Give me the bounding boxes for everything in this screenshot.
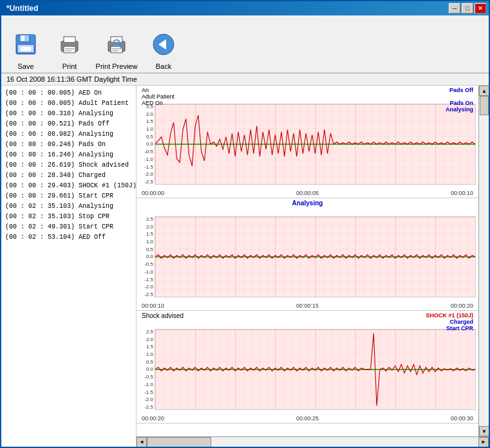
list-item: (00 : 00 : 09.246) Pads On bbox=[4, 140, 133, 150]
back-label: Back bbox=[156, 62, 171, 70]
time-axis-1: 00:00:00 00:00:05 00:00:10 bbox=[142, 190, 473, 196]
svg-rect-8 bbox=[65, 48, 74, 50]
list-item: (00 : 02 : 49.301) Start CPR bbox=[4, 222, 133, 232]
save-icon bbox=[10, 29, 41, 60]
scroll-right-button[interactable]: ► bbox=[478, 437, 489, 447]
svg-rect-14 bbox=[112, 48, 121, 50]
svg-point-16 bbox=[121, 42, 124, 45]
chart-canvas-1 bbox=[155, 104, 476, 185]
y-axis-1: 2.52.01.51.00.50.0-0.5-1.0-1.5-2.0-2.5 bbox=[138, 104, 155, 185]
list-item: (00 : 00 : 00.310) Analysing bbox=[4, 109, 133, 119]
list-item: (00 : 00 : 29.403) SHOCK #1 (150J) bbox=[4, 181, 133, 191]
horizontal-scrollbar[interactable]: ◄ ► bbox=[137, 436, 489, 447]
print-preview-button[interactable]: Print Preview bbox=[94, 29, 139, 70]
close-button[interactable]: ✕ bbox=[475, 3, 486, 14]
window-controls: ─ □ ✕ bbox=[449, 3, 486, 14]
y-axis-2: 2.52.01.51.00.50.0-0.5-1.0-1.5-2.0-2.5 bbox=[138, 216, 155, 297]
status-bar: 16 Oct 2008 16:11:36 GMT Daylight Time bbox=[1, 73, 489, 86]
back-icon bbox=[148, 29, 179, 60]
chart-ann-left-1: An Adult Patient AED On bbox=[142, 87, 174, 113]
scroll-left-button[interactable]: ◄ bbox=[137, 437, 147, 447]
chart-ann-right-3: SHOCK #1 (150J) Charged Start CPR bbox=[426, 312, 473, 331]
chart-panel-3: Shock advised SHOCK #1 (150J) Charged St… bbox=[137, 311, 478, 424]
list-item: (00 : 00 : 08.982) Analysing bbox=[4, 129, 133, 140]
list-item: (00 : 00 : 28.348) Charged bbox=[4, 171, 133, 181]
back-button[interactable]: Back bbox=[144, 29, 183, 70]
svg-rect-2 bbox=[21, 35, 24, 41]
scroll-thumb[interactable] bbox=[480, 96, 489, 115]
save-label: Save bbox=[17, 62, 33, 70]
scroll-track[interactable] bbox=[479, 96, 489, 426]
scroll-up-button[interactable]: ▲ bbox=[479, 86, 489, 96]
print-preview-icon bbox=[101, 29, 132, 60]
main-area: (00 : 00 : 00.005) AED On(00 : 00 : 00.0… bbox=[1, 86, 489, 447]
charts-scroll[interactable]: An Adult Patient AED On Pads Off Pads On… bbox=[137, 86, 478, 436]
list-item: (00 : 00 : 00.005) AED On bbox=[4, 88, 133, 98]
list-item: (00 : 00 : 00.521) Pads Off bbox=[4, 119, 133, 129]
y-axis-3: 2.52.01.51.00.50.0-0.5-1.0-1.5-2.0-2.5 bbox=[138, 329, 155, 410]
print-icon bbox=[54, 29, 85, 60]
list-item: (00 : 02 : 53.104) AED Off bbox=[4, 232, 133, 243]
maximize-button[interactable]: □ bbox=[462, 3, 473, 14]
svg-rect-9 bbox=[65, 50, 71, 51]
print-button[interactable]: Print bbox=[50, 29, 89, 70]
toolbar: Save Print bbox=[1, 15, 489, 73]
print-label: Print bbox=[62, 62, 77, 70]
svg-rect-7 bbox=[64, 46, 75, 53]
save-button[interactable]: Save bbox=[6, 29, 45, 70]
list-item: (00 : 00 : 29.661) Start CPR bbox=[4, 191, 133, 201]
time-axis-3: 00:00:20 00:00:25 00:00:30 bbox=[142, 415, 473, 422]
title-bar: *Untitled ─ □ ✕ bbox=[1, 1, 489, 15]
datetime-text: 16 Oct 2008 16:11:36 GMT Daylight Time bbox=[6, 75, 137, 83]
scroll-down-button[interactable]: ▼ bbox=[479, 426, 489, 436]
scroll-h-thumb[interactable] bbox=[147, 437, 211, 447]
scroll-h-track[interactable] bbox=[147, 437, 478, 447]
list-item: (00 : 00 : 26.619) Shock advised bbox=[4, 160, 133, 171]
svg-rect-4 bbox=[20, 46, 32, 51]
minimize-button[interactable]: ─ bbox=[449, 3, 460, 14]
svg-rect-6 bbox=[64, 37, 75, 42]
chart-header-2: Analysing bbox=[137, 200, 478, 207]
svg-point-10 bbox=[74, 42, 77, 45]
list-item: (00 : 02 : 35.103) Stop CPR bbox=[4, 212, 133, 222]
chart-panel-1: An Adult Patient AED On Pads Off Pads On… bbox=[137, 86, 478, 198]
list-item: (00 : 02 : 35.103) Analysing bbox=[4, 201, 133, 212]
window-title: *Untitled bbox=[6, 4, 38, 13]
chart-ann-center-2: Analysing bbox=[142, 200, 473, 207]
chart-canvas-3 bbox=[155, 329, 476, 410]
chart-header-3: Shock advised SHOCK #1 (150J) Charged St… bbox=[137, 312, 478, 331]
chart-canvas-2 bbox=[155, 216, 476, 297]
chart-area: An Adult Patient AED On Pads Off Pads On… bbox=[137, 86, 478, 436]
event-log[interactable]: (00 : 00 : 00.005) AED On(00 : 00 : 00.0… bbox=[1, 86, 137, 447]
vertical-scrollbar[interactable]: ▲ ▼ bbox=[478, 86, 489, 436]
chart-header-1: An Adult Patient AED On Pads Off Pads On… bbox=[137, 87, 478, 113]
list-item: (00 : 00 : 16.246) Analysing bbox=[4, 150, 133, 160]
chart-panel-2: Analysing bbox=[137, 198, 478, 311]
chart-ann-right-1: Pads Off Pads On Analysing bbox=[446, 87, 473, 113]
print-preview-label: Print Preview bbox=[96, 62, 138, 70]
chart-ann-left-3: Shock advised bbox=[142, 312, 184, 331]
time-axis-2: 00:00:10 00:00:15 00:00:20 bbox=[142, 303, 473, 309]
list-item: (00 : 00 : 00.005) Adult Patient bbox=[4, 98, 133, 109]
main-window: *Untitled ─ □ ✕ Save bbox=[0, 0, 490, 448]
svg-rect-15 bbox=[112, 50, 118, 51]
